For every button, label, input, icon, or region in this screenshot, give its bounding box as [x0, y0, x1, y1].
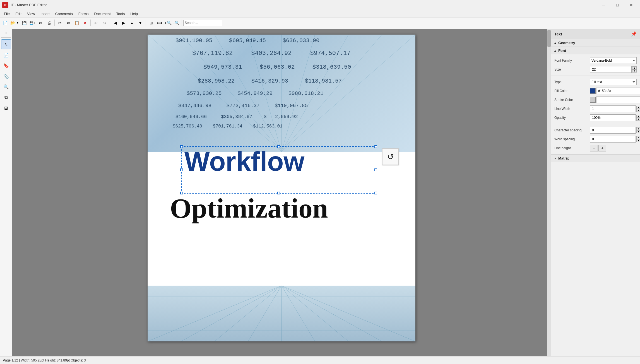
opacity-input[interactable] [590, 114, 636, 121]
vertical-scrollbar[interactable] [547, 29, 551, 356]
fill-color-label: Fill Color [554, 89, 588, 93]
sidebar-page[interactable]: 📄 [1, 50, 11, 60]
scroll-thumb[interactable] [547, 30, 551, 47]
size-label: Size [554, 68, 588, 71]
paste-button[interactable]: 📋 [73, 19, 81, 27]
line-width-decrement[interactable]: ▼ [636, 109, 640, 112]
menu-edit[interactable]: Edit [13, 11, 24, 17]
char-spacing-input[interactable] [590, 127, 636, 134]
char-spacing-label: Character spacing [554, 128, 588, 132]
matrix-section-header[interactable]: ▲ Matrix [551, 155, 640, 162]
redo-button[interactable]: ↪ [100, 19, 108, 27]
sidebar-attachment[interactable]: 📎 [1, 71, 11, 81]
panel-pin-button[interactable]: 📌 [631, 31, 637, 37]
maximize-button[interactable]: □ [611, 1, 624, 9]
opacity-increment[interactable]: ▲ [636, 115, 640, 118]
size-value-container: ▲ ▼ [590, 66, 637, 73]
font-collapse-icon: ▲ [554, 49, 557, 52]
word-spacing-label: Word spacing [554, 137, 588, 141]
save-button[interactable]: 💾 [20, 19, 28, 27]
line-height-decrement[interactable]: - [590, 145, 598, 151]
page-prev-button[interactable]: ◀ [111, 19, 119, 27]
svg-line-14 [281, 286, 315, 341]
close-button[interactable]: ✕ [625, 1, 638, 9]
zoom-out-button[interactable]: -🔍 [172, 19, 180, 27]
left-sidebar: T ↖ 📄 🔖 📎 🔍 ⧉ ⊞ [0, 29, 12, 356]
save-as-button[interactable]: 💾+ [28, 19, 36, 27]
menu-help[interactable]: Help [127, 11, 141, 17]
svg-line-16 [281, 286, 382, 341]
fill-color-value-container: ▲ ▼ [590, 88, 640, 94]
handle-top-right[interactable] [374, 145, 377, 148]
stroke-color-label: Stroke Color [554, 98, 588, 102]
matrix-section: ▲ Matrix [551, 155, 640, 162]
page-up-button[interactable]: ▲ [128, 19, 136, 27]
workflow-selection-box[interactable]: Workflow [181, 146, 376, 194]
line-width-increment[interactable]: ▲ [636, 106, 640, 109]
handle-mid-right[interactable] [374, 168, 377, 171]
stroke-color-swatch[interactable] [590, 97, 596, 103]
cut-button[interactable]: ✂ [56, 19, 64, 27]
fit-width-button[interactable]: ⟺ [156, 19, 163, 27]
page-down-button[interactable]: ▼ [136, 19, 144, 27]
sidebar-cursor[interactable]: ↖ [1, 39, 11, 49]
word-spacing-increment[interactable]: ▲ [636, 136, 640, 139]
menu-insert[interactable]: Insert [38, 11, 52, 17]
word-spacing-spinner: ▲ ▼ [636, 136, 640, 142]
opacity-label: Opacity [554, 116, 588, 120]
sidebar-layers[interactable]: ⧉ [1, 92, 11, 102]
sidebar-search[interactable]: 🔍 [1, 82, 11, 92]
geometry-section-header[interactable]: ▲ Geometry [551, 39, 640, 47]
stroke-color-input[interactable] [596, 97, 640, 103]
menu-file[interactable]: File [1, 11, 13, 17]
char-spacing-value-container: ▲ ▼ [590, 127, 640, 134]
opacity-decrement[interactable]: ▼ [636, 118, 640, 121]
search-input[interactable] [183, 20, 222, 26]
menu-tools[interactable]: Tools [114, 11, 127, 17]
size-input[interactable] [590, 66, 632, 73]
size-decrement[interactable]: ▼ [632, 69, 637, 73]
type-select[interactable]: Fill text [590, 79, 637, 85]
fill-color-input[interactable] [596, 88, 640, 94]
new-button[interactable]: 📄 [1, 19, 9, 27]
page-next-button[interactable]: ▶ [120, 19, 127, 27]
open-button[interactable]: 📂 [9, 19, 16, 27]
sidebar-bookmark[interactable]: 🔖 [1, 61, 11, 71]
handle-top-left[interactable] [180, 145, 183, 148]
fill-color-swatch[interactable] [590, 88, 596, 94]
handle-top-mid[interactable] [277, 145, 280, 148]
handle-mid-left[interactable] [180, 168, 183, 171]
geometry-collapse-icon: ▲ [554, 41, 557, 44]
sidebar-pages-thumb[interactable]: ⊞ [1, 103, 11, 113]
matrix-label: Matrix [558, 156, 569, 160]
font-family-value-container: Verdana-Bold [590, 57, 637, 64]
email-button[interactable]: ✉ [37, 19, 45, 27]
word-spacing-decrement[interactable]: ▼ [636, 139, 640, 142]
line-height-increment[interactable]: + [598, 145, 606, 151]
bg-line-2: $767,119.82 $403,264.92 $974,507.17 [192, 50, 351, 57]
copy-button[interactable]: ⧉ [64, 19, 72, 27]
open-dropdown[interactable]: ▼ [16, 19, 20, 27]
font-family-select[interactable]: Verdana-Bold [590, 57, 637, 64]
char-spacing-decrement[interactable]: ▼ [636, 130, 640, 133]
word-spacing-input[interactable] [590, 136, 636, 143]
char-spacing-increment[interactable]: ▲ [636, 127, 640, 130]
menu-comments[interactable]: Comments [52, 11, 76, 17]
rotate-icon[interactable]: ↺ [382, 148, 399, 165]
bg-line-4: $288,958.22 $416,329.93 $118,981.57 [198, 78, 342, 84]
delete-button[interactable]: ✕ [81, 19, 89, 27]
menu-forms[interactable]: Forms [76, 11, 92, 17]
window-controls: ─ □ ✕ [597, 1, 638, 9]
matrix-collapse-icon: ▲ [554, 157, 557, 160]
handle-bot-right[interactable] [374, 192, 377, 194]
minimize-button[interactable]: ─ [597, 1, 610, 9]
undo-button[interactable]: ↩ [92, 19, 100, 27]
menu-view[interactable]: View [24, 11, 38, 17]
fit-page-button[interactable]: ⊞ [147, 19, 155, 27]
size-increment[interactable]: ▲ [632, 66, 637, 69]
menu-document[interactable]: Document [92, 11, 114, 17]
print-button[interactable]: 🖨 [45, 19, 53, 27]
zoom-in-button[interactable]: +🔍 [164, 19, 172, 27]
line-width-input[interactable] [590, 105, 636, 112]
font-section-header[interactable]: ▲ Font [551, 47, 640, 54]
